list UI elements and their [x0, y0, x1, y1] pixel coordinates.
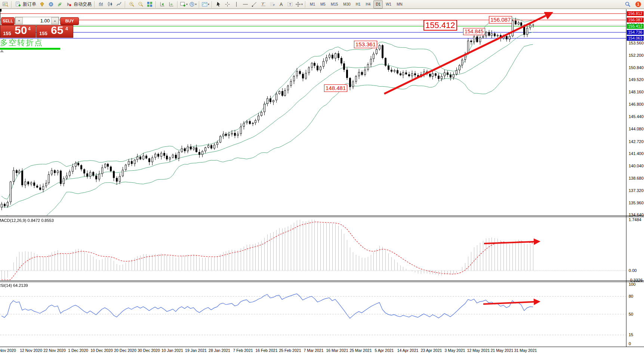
- notification-badge[interactable]: 1: [635, 1, 641, 7]
- price-axis-label: 141.400: [629, 151, 644, 156]
- bar-chart-icon[interactable]: [97, 0, 105, 9]
- new-order-label[interactable]: 新订单: [23, 1, 36, 7]
- price-badge: 154.736: [627, 30, 644, 35]
- time-axis-label: 25 Mar 2021: [350, 348, 372, 353]
- timeframe-button-m30[interactable]: M30: [341, 0, 352, 9]
- macd-label: MACD(12,26,9) 0.8472 0.8553: [0, 218, 54, 223]
- timeframe-button-h1[interactable]: H1: [354, 0, 363, 9]
- auto-scroll-icon[interactable]: [167, 0, 175, 9]
- time-axis-label: 23 Apr 2021: [421, 348, 442, 353]
- time-axis-label: 1 Dec 2020: [68, 348, 88, 353]
- timeframe-button-w1[interactable]: W1: [383, 0, 394, 9]
- dropdown-arrow-icon[interactable]: ▾: [195, 3, 197, 6]
- price-axis-label: 145.440: [629, 114, 644, 119]
- timeframe-button-mn[interactable]: MN: [394, 0, 405, 9]
- macd-indicator-canvas[interactable]: [0, 217, 626, 281]
- time-axis-label: 19 Jan 2021: [185, 348, 207, 353]
- dropdown-arrow-icon[interactable]: ▾: [208, 3, 209, 6]
- ask-price-point: 4: [65, 26, 68, 31]
- timeframe-button-m15[interactable]: M15: [329, 0, 340, 9]
- hline-icon[interactable]: [241, 0, 249, 9]
- chart-shift-marker[interactable]: [0, 50, 4, 52]
- cursor-icon[interactable]: [214, 0, 222, 9]
- time-axis-label: 12 Nov 2020: [20, 348, 42, 353]
- time-axis-label: 20 Dec 2020: [114, 348, 136, 353]
- clock-icon[interactable]: ▾: [189, 0, 197, 9]
- text-label-icon[interactable]: T: [286, 0, 294, 9]
- sell-button[interactable]: SELL: [1, 17, 15, 25]
- svg-text:f: f: [262, 2, 264, 6]
- timeframe-button-d1[interactable]: D1: [373, 0, 383, 9]
- timeframe-button-m5[interactable]: M5: [318, 0, 328, 9]
- timeframe-button-h4[interactable]: H4: [364, 0, 373, 9]
- time-axis-label: 3 May 2021: [445, 348, 465, 353]
- toolbar-separator: [305, 1, 306, 8]
- timeframe-button-m1[interactable]: M1: [308, 0, 317, 9]
- new-order-icon[interactable]: [14, 0, 22, 9]
- time-axis-label: 12 May 2021: [467, 348, 490, 353]
- price-annotation: 154.845: [463, 28, 485, 35]
- search-icon[interactable]: [623, 0, 632, 9]
- ask-price-pips: 65: [51, 24, 63, 37]
- svg-text:F: F: [273, 4, 275, 6]
- template-icon[interactable]: ▾: [201, 0, 210, 9]
- price-axis-label: 144.080: [629, 127, 644, 131]
- news-icon[interactable]: [47, 0, 55, 9]
- chart-window-icon[interactable]: [1, 0, 9, 9]
- price-badge: 156.812: [627, 11, 644, 16]
- tile-windows-icon[interactable]: [145, 0, 154, 9]
- pane-separator[interactable]: [0, 216, 644, 217]
- time-axis-label: Nov 2020: [0, 348, 16, 353]
- line-chart-icon[interactable]: [115, 0, 123, 9]
- auto-trading-label[interactable]: 自动交易: [74, 1, 92, 7]
- ask-price-box[interactable]: 155 65 4: [36, 25, 73, 38]
- volume-input[interactable]: [23, 17, 51, 24]
- price-axis-label: 134.640: [629, 213, 644, 217]
- svg-text:A: A: [280, 2, 283, 7]
- rsi-indicator-canvas[interactable]: [0, 282, 626, 347]
- fibo-icon[interactable]: f: [259, 0, 267, 9]
- zoom-in-icon[interactable]: [127, 0, 136, 9]
- crosshair-icon[interactable]: [223, 0, 231, 9]
- price-axis-label: 148.160: [629, 90, 644, 94]
- price-annotation: 153.361: [354, 41, 377, 48]
- grid-f-icon[interactable]: F: [268, 0, 276, 9]
- time-axis-label: 16 Mar 2021: [326, 348, 348, 353]
- price-axis-label: 146.800: [629, 102, 644, 106]
- price-axis-label: 149.520: [629, 77, 644, 82]
- rsi-axis-label: 0: [629, 341, 631, 346]
- time-axis-label: 5 Apr 2021: [375, 348, 394, 353]
- bid-price-pips: 50: [15, 24, 27, 37]
- volume-down-button[interactable]: ▼: [15, 17, 23, 24]
- volume-up-button[interactable]: ▲: [51, 17, 59, 24]
- price-chart-canvas[interactable]: [0, 9, 626, 216]
- toolbar-separator: [177, 1, 178, 8]
- mt4-terminal-window: 新订单自动交易▾▾▾fFAT▾M1M5M15M30H1H4D1W1MN1 GBP…: [0, 0, 644, 353]
- vline-icon[interactable]: [232, 0, 240, 9]
- signals-icon[interactable]: [56, 0, 64, 9]
- svg-text:T: T: [289, 3, 291, 6]
- auto-trading-icon[interactable]: [65, 0, 73, 9]
- history-center-icon[interactable]: [38, 0, 46, 9]
- dropdown-arrow-icon[interactable]: ▾: [301, 3, 303, 6]
- macd-axis-label: 1.7484: [629, 217, 641, 222]
- candle-chart-icon[interactable]: [106, 0, 114, 9]
- trend-note-label: 多空转折点: [0, 37, 60, 48]
- dropdown-arrow-icon[interactable]: ▾: [186, 3, 188, 6]
- ask-price-major: 155: [39, 31, 47, 36]
- toolbar-separator: [212, 1, 212, 8]
- zoom-out-icon[interactable]: [136, 0, 145, 9]
- bid-price-box[interactable]: 155 50 4: [0, 25, 36, 38]
- pane-separator[interactable]: [0, 281, 644, 282]
- time-axis-label: 31 May 2021: [514, 348, 537, 353]
- price-axis-label: 150.840: [629, 65, 644, 70]
- chart-shift-icon[interactable]: [158, 0, 166, 9]
- new-chart-icon[interactable]: ▾: [180, 0, 188, 9]
- time-axis-label: 7 Feb 2021: [233, 348, 253, 353]
- shapes-icon[interactable]: ▾: [295, 0, 303, 9]
- price-axis-label: 152.200: [629, 53, 644, 58]
- bid-price-major: 155: [3, 31, 11, 36]
- trendline-icon[interactable]: [250, 0, 258, 9]
- text-icon[interactable]: A: [277, 0, 285, 9]
- rsi-axis-label: 50: [629, 312, 633, 316]
